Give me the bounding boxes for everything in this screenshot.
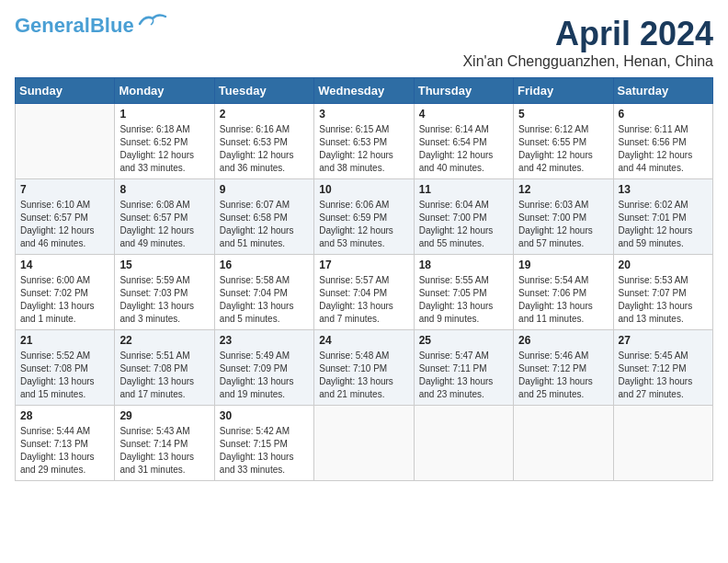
day-detail: Sunrise: 5:44 AMSunset: 7:13 PMDaylight:…	[20, 425, 109, 477]
day-number: 29	[119, 409, 209, 422]
logo-general: General	[15, 14, 90, 37]
day-detail: Sunrise: 6:04 AMSunset: 7:00 PMDaylight:…	[419, 199, 508, 250]
day-number: 8	[119, 183, 209, 196]
day-detail: Sunrise: 6:02 AMSunset: 7:01 PMDaylight:…	[619, 199, 708, 250]
weekday-header-thursday: Thursday	[414, 78, 513, 104]
calendar-cell	[414, 406, 513, 481]
day-detail: Sunrise: 5:58 AMSunset: 7:04 PMDaylight:…	[220, 274, 309, 326]
day-detail: Sunrise: 6:06 AMSunset: 6:59 PMDaylight:…	[319, 199, 408, 250]
calendar-week-row: 21Sunrise: 5:52 AMSunset: 7:08 PMDayligh…	[16, 330, 713, 406]
calendar-cell: 14Sunrise: 6:00 AMSunset: 7:02 PMDayligh…	[16, 255, 115, 330]
day-detail: Sunrise: 5:54 AMSunset: 7:06 PMDaylight:…	[518, 274, 608, 326]
logo: GeneralBlue	[15, 15, 167, 37]
day-number: 27	[619, 334, 708, 347]
day-number: 28	[20, 409, 109, 422]
title-block: April 2024 Xin'an Chengguanzhen, Henan, …	[462, 15, 713, 70]
calendar-cell: 17Sunrise: 5:57 AMSunset: 7:04 PMDayligh…	[314, 255, 414, 330]
day-detail: Sunrise: 5:47 AMSunset: 7:11 PMDaylight:…	[419, 350, 508, 401]
day-detail: Sunrise: 5:42 AMSunset: 7:15 PMDaylight:…	[220, 425, 309, 477]
day-number: 7	[20, 183, 109, 196]
calendar-cell: 6Sunrise: 6:11 AMSunset: 6:56 PMDaylight…	[613, 104, 712, 179]
calendar-cell	[16, 104, 115, 179]
calendar-cell: 8Sunrise: 6:08 AMSunset: 6:57 PMDaylight…	[115, 179, 214, 255]
weekday-header-monday: Monday	[115, 78, 214, 104]
calendar-cell: 19Sunrise: 5:54 AMSunset: 7:06 PMDayligh…	[514, 255, 613, 330]
day-detail: Sunrise: 6:18 AMSunset: 6:52 PMDaylight:…	[119, 123, 209, 175]
calendar-cell: 25Sunrise: 5:47 AMSunset: 7:11 PMDayligh…	[414, 330, 513, 406]
day-detail: Sunrise: 6:08 AMSunset: 6:57 PMDaylight:…	[119, 199, 209, 250]
calendar-cell: 21Sunrise: 5:52 AMSunset: 7:08 PMDayligh…	[16, 330, 115, 406]
calendar-header-row: SundayMondayTuesdayWednesdayThursdayFrid…	[16, 78, 713, 104]
day-detail: Sunrise: 5:52 AMSunset: 7:08 PMDaylight:…	[20, 350, 109, 401]
day-number: 14	[20, 259, 109, 271]
calendar-cell: 13Sunrise: 6:02 AMSunset: 7:01 PMDayligh…	[613, 179, 712, 255]
logo-text: GeneralBlue	[15, 15, 134, 37]
day-detail: Sunrise: 5:48 AMSunset: 7:10 PMDaylight:…	[319, 350, 408, 401]
weekday-header-wednesday: Wednesday	[314, 78, 414, 104]
calendar-cell: 26Sunrise: 5:46 AMSunset: 7:12 PMDayligh…	[514, 330, 613, 406]
calendar-cell: 2Sunrise: 6:16 AMSunset: 6:53 PMDaylight…	[214, 104, 313, 179]
location-title: Xin'an Chengguanzhen, Henan, China	[462, 53, 713, 70]
day-detail: Sunrise: 5:45 AMSunset: 7:12 PMDaylight:…	[619, 350, 708, 401]
calendar-cell: 23Sunrise: 5:49 AMSunset: 7:09 PMDayligh…	[214, 330, 313, 406]
calendar-cell: 12Sunrise: 6:03 AMSunset: 7:00 PMDayligh…	[514, 179, 613, 255]
day-number: 15	[119, 259, 209, 271]
calendar-cell: 18Sunrise: 5:55 AMSunset: 7:05 PMDayligh…	[414, 255, 513, 330]
calendar-cell: 11Sunrise: 6:04 AMSunset: 7:00 PMDayligh…	[414, 179, 513, 255]
calendar-cell: 5Sunrise: 6:12 AMSunset: 6:55 PMDaylight…	[514, 104, 613, 179]
day-number: 22	[119, 334, 209, 347]
day-number: 10	[319, 183, 408, 196]
calendar-cell: 29Sunrise: 5:43 AMSunset: 7:14 PMDayligh…	[115, 406, 214, 481]
day-number: 4	[419, 108, 508, 121]
calendar-cell: 30Sunrise: 5:42 AMSunset: 7:15 PMDayligh…	[214, 406, 313, 481]
calendar-cell: 24Sunrise: 5:48 AMSunset: 7:10 PMDayligh…	[314, 330, 414, 406]
day-number: 1	[119, 108, 209, 121]
day-number: 2	[220, 108, 309, 121]
month-title: April 2024	[462, 15, 713, 53]
calendar-week-row: 14Sunrise: 6:00 AMSunset: 7:02 PMDayligh…	[16, 255, 713, 330]
day-number: 19	[518, 259, 608, 271]
calendar-cell: 20Sunrise: 5:53 AMSunset: 7:07 PMDayligh…	[613, 255, 712, 330]
calendar-cell	[613, 406, 712, 481]
calendar-cell: 22Sunrise: 5:51 AMSunset: 7:08 PMDayligh…	[115, 330, 214, 406]
logo-bird-icon	[138, 11, 167, 31]
day-number: 21	[20, 334, 109, 347]
day-detail: Sunrise: 6:16 AMSunset: 6:53 PMDaylight:…	[220, 123, 309, 175]
day-number: 26	[518, 334, 608, 347]
day-number: 16	[220, 259, 309, 271]
day-detail: Sunrise: 6:00 AMSunset: 7:02 PMDaylight:…	[20, 274, 109, 326]
day-number: 5	[518, 108, 608, 121]
day-detail: Sunrise: 6:11 AMSunset: 6:56 PMDaylight:…	[619, 123, 708, 175]
day-detail: Sunrise: 5:51 AMSunset: 7:08 PMDaylight:…	[119, 350, 209, 401]
day-detail: Sunrise: 6:14 AMSunset: 6:54 PMDaylight:…	[419, 123, 508, 175]
calendar-cell: 4Sunrise: 6:14 AMSunset: 6:54 PMDaylight…	[414, 104, 513, 179]
day-number: 17	[319, 259, 408, 271]
day-detail: Sunrise: 5:55 AMSunset: 7:05 PMDaylight:…	[419, 274, 508, 326]
day-detail: Sunrise: 6:03 AMSunset: 7:00 PMDaylight:…	[518, 199, 608, 250]
calendar-cell: 3Sunrise: 6:15 AMSunset: 6:53 PMDaylight…	[314, 104, 414, 179]
weekday-header-tuesday: Tuesday	[214, 78, 313, 104]
calendar-cell: 28Sunrise: 5:44 AMSunset: 7:13 PMDayligh…	[16, 406, 115, 481]
day-detail: Sunrise: 5:53 AMSunset: 7:07 PMDaylight:…	[619, 274, 708, 326]
day-number: 3	[319, 108, 408, 121]
calendar-cell: 15Sunrise: 5:59 AMSunset: 7:03 PMDayligh…	[115, 255, 214, 330]
day-number: 11	[419, 183, 508, 196]
day-number: 25	[419, 334, 508, 347]
day-detail: Sunrise: 5:43 AMSunset: 7:14 PMDaylight:…	[119, 425, 209, 477]
calendar-cell	[314, 406, 414, 481]
day-detail: Sunrise: 5:46 AMSunset: 7:12 PMDaylight:…	[518, 350, 608, 401]
day-number: 18	[419, 259, 508, 271]
calendar-cell: 1Sunrise: 6:18 AMSunset: 6:52 PMDaylight…	[115, 104, 214, 179]
calendar-cell: 16Sunrise: 5:58 AMSunset: 7:04 PMDayligh…	[214, 255, 313, 330]
day-number: 30	[220, 409, 309, 422]
calendar-cell: 9Sunrise: 6:07 AMSunset: 6:58 PMDaylight…	[214, 179, 313, 255]
day-detail: Sunrise: 6:07 AMSunset: 6:58 PMDaylight:…	[220, 199, 309, 250]
day-number: 6	[619, 108, 708, 121]
day-detail: Sunrise: 6:10 AMSunset: 6:57 PMDaylight:…	[20, 199, 109, 250]
calendar-cell	[514, 406, 613, 481]
calendar-week-row: 28Sunrise: 5:44 AMSunset: 7:13 PMDayligh…	[16, 406, 713, 481]
day-number: 12	[518, 183, 608, 196]
logo-blue: Blue	[90, 14, 134, 37]
calendar-week-row: 7Sunrise: 6:10 AMSunset: 6:57 PMDaylight…	[16, 179, 713, 255]
calendar-table: SundayMondayTuesdayWednesdayThursdayFrid…	[15, 77, 713, 481]
